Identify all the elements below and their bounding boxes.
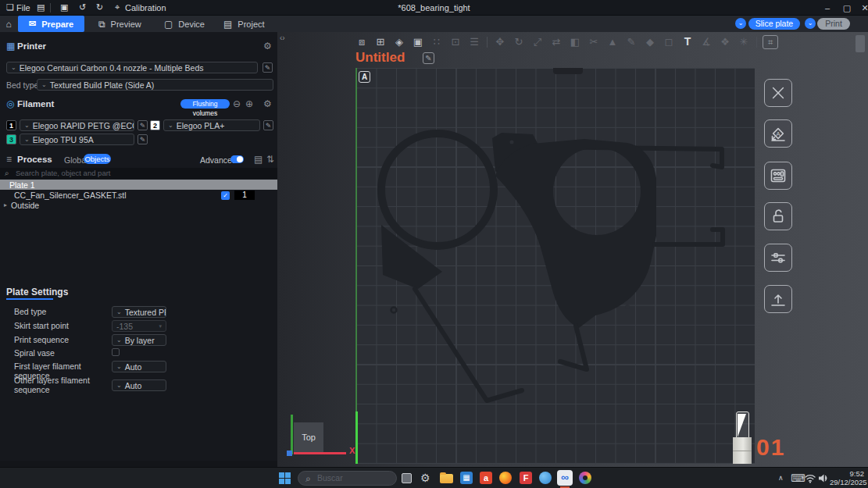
collapse-sidebar-handle[interactable]: ‹› <box>280 34 285 42</box>
object-search-input[interactable] <box>16 169 250 177</box>
volume-icon[interactable] <box>818 473 829 483</box>
tab-device[interactable]: ▢ Device <box>153 16 216 32</box>
build-plate[interactable]: A <box>356 68 755 464</box>
remove-filament-icon[interactable]: ⊖ <box>233 99 241 109</box>
add-model-icon[interactable]: ⧈ <box>352 34 371 50</box>
filament-1-edit-icon[interactable]: ✎ <box>138 120 148 130</box>
process-list-icon[interactable]: ▤ <box>254 155 263 164</box>
object-visible-checkbox[interactable]: ✓ <box>221 191 230 200</box>
printer-settings-icon[interactable]: ⚙ <box>263 41 272 51</box>
object-tree-row[interactable]: CC_Fan_Silencer_GASKET.stl ✓ 1 <box>0 191 277 201</box>
plate-tree-row[interactable]: Plate 1 <box>0 180 277 190</box>
nav-cube[interactable]: Top <box>294 422 323 452</box>
slice-options-chevron[interactable]: ⌄ <box>735 18 746 29</box>
tray-clock[interactable]: 9:52 29/12/2025 <box>830 470 864 486</box>
viewport-3d[interactable]: ‹› ⧈ ⊞ ◈ ▣ ∷ ⊡ ☰ ✥ ↻ ⤢ ⇄ ◧ ✂ ▲ ✎ ◆ ◻ T ∡… <box>277 32 868 467</box>
task-view-icon[interactable] <box>402 473 412 483</box>
printer-edit-icon[interactable]: ✎ <box>263 62 273 73</box>
file-explorer-icon[interactable] <box>440 474 453 483</box>
scope-objects-button[interactable]: Objects <box>84 154 111 164</box>
slicer-app-icon[interactable]: ∞ <box>557 470 573 486</box>
taskbar-search-input[interactable] <box>317 473 391 483</box>
object-search-bar[interactable]: ⌕ <box>0 168 277 179</box>
toolbar-overflow-handle[interactable] <box>855 35 865 52</box>
color-paint-icon[interactable]: ✎ <box>622 34 641 50</box>
tray-chevron-icon[interactable]: ∧ <box>778 474 784 482</box>
app-a-icon[interactable]: a <box>480 472 492 484</box>
plate-name-label[interactable]: Untitled <box>355 50 405 66</box>
spinner-icon[interactable]: ▾ <box>159 323 162 329</box>
seam-paint-icon[interactable]: ◆ <box>641 34 659 50</box>
filament-2-swatch[interactable]: 2 <box>150 120 160 130</box>
sketch-icon[interactable]: ◻ <box>659 34 678 50</box>
auto-orient-icon[interactable]: ◈ <box>390 34 409 50</box>
flushing-volumes-button[interactable]: Flushing volumes <box>180 99 230 109</box>
home-button[interactable]: ⌂ <box>0 16 17 32</box>
start-button[interactable] <box>279 472 291 484</box>
arrange-all-icon[interactable]: ∷ <box>427 34 446 50</box>
delete-object-button[interactable] <box>764 79 792 107</box>
assembly-icon[interactable]: ❖ <box>716 34 734 50</box>
auto-orient-button[interactable]: A <box>764 119 792 148</box>
merge-icon[interactable]: ⊡ <box>446 34 465 50</box>
mirror-icon[interactable]: ⇄ <box>547 34 566 50</box>
move-icon[interactable]: ✥ <box>491 34 509 50</box>
microsoft-store-icon[interactable]: ▦ <box>460 472 473 484</box>
app-blue-icon[interactable] <box>539 472 552 484</box>
ps-spiral-checkbox[interactable] <box>112 348 120 356</box>
measure-icon[interactable]: ∡ <box>697 34 716 50</box>
support-paint-icon[interactable]: ▲ <box>603 34 622 50</box>
filament-3-select[interactable]: ⌄ Elegoo TPU 95A <box>20 134 134 145</box>
process-sort-icon[interactable]: ⇅ <box>266 155 274 164</box>
print-button[interactable]: Print <box>817 18 850 30</box>
filament-3-edit-icon[interactable]: ✎ <box>138 134 148 144</box>
adjust-settings-button[interactable] <box>764 244 792 272</box>
plate-rename-icon[interactable]: ✎ <box>423 52 434 64</box>
lock-button[interactable] <box>764 202 792 230</box>
tab-prepare[interactable]: ✉ Prepare <box>18 16 84 32</box>
filament-3-swatch[interactable]: 3 <box>6 134 16 144</box>
minimize-button[interactable]: – <box>819 0 836 16</box>
filament-1-swatch[interactable]: 1 <box>6 120 16 130</box>
cut-icon[interactable]: ✂ <box>584 34 603 50</box>
bed-type-select[interactable]: ⌄ Textured Build Plate (Side A) <box>37 79 273 91</box>
wifi-icon[interactable] <box>805 473 816 483</box>
text-tool-icon[interactable]: T <box>678 34 697 50</box>
rotate-icon[interactable]: ↻ <box>509 34 528 50</box>
filament-2-select[interactable]: ⌄ Elegoo PLA+ <box>163 119 260 131</box>
prime-tower[interactable] <box>731 411 755 464</box>
outside-tree-row[interactable]: ▸ Outside <box>0 201 277 211</box>
print-options-chevron[interactable]: ⌄ <box>805 18 816 29</box>
arrange-button[interactable] <box>764 162 792 190</box>
add-filament-icon[interactable]: ⊕ <box>245 99 253 109</box>
model-cc-fan-silencer-gasket[interactable] <box>356 68 755 464</box>
taskbar-search[interactable]: ⌕ <box>298 471 397 486</box>
tab-project[interactable]: ▤ Project <box>213 16 276 32</box>
tab-preview[interactable]: ⧉ Preview <box>88 16 152 32</box>
ps-skirt-input[interactable]: -135 ▾ <box>112 320 166 332</box>
filament-1-select[interactable]: ⌄ Elegoo RAPID PETG @ECC - Modi... <box>20 119 134 131</box>
split-icon[interactable]: ◧ <box>566 34 584 50</box>
filament-settings-icon[interactable]: ⚙ <box>263 99 272 109</box>
ps-print-seq-select[interactable]: ⌄ By layer <box>112 334 166 346</box>
place-on-bed-button[interactable] <box>764 285 792 313</box>
ps-other-layers-select[interactable]: ⌄ Auto <box>112 379 166 391</box>
ps-bed-type-select[interactable]: ⌄ Textured PEI... <box>112 306 166 318</box>
paint-app-icon[interactable] <box>579 472 591 484</box>
scale-icon[interactable]: ⤢ <box>528 34 547 50</box>
arrange-plate-icon[interactable]: ▣ <box>409 34 427 50</box>
object-filament-badge[interactable]: 1 <box>234 191 255 200</box>
keyboard-icon[interactable]: ⌨ <box>791 472 805 484</box>
shortcuts-icon[interactable]: ⌗ <box>763 35 778 49</box>
firefox-icon[interactable] <box>499 472 512 484</box>
add-plate-icon[interactable]: ⊞ <box>371 34 390 50</box>
layers-icon[interactable]: ☰ <box>465 34 484 50</box>
close-button[interactable]: ✕ <box>856 0 868 16</box>
ps-first-layer-select[interactable]: ⌄ Auto <box>112 361 166 372</box>
app-f-icon[interactable]: F <box>520 472 532 484</box>
printer-preset-select[interactable]: ⌄ Elegoo Centauri Carbon 0.4 nozzle - Mu… <box>6 62 258 73</box>
explode-icon[interactable]: ✳ <box>734 34 753 50</box>
maximize-button[interactable]: ▢ <box>838 0 855 16</box>
advanced-toggle[interactable] <box>230 155 244 163</box>
filament-2-edit-icon[interactable]: ✎ <box>263 120 273 130</box>
